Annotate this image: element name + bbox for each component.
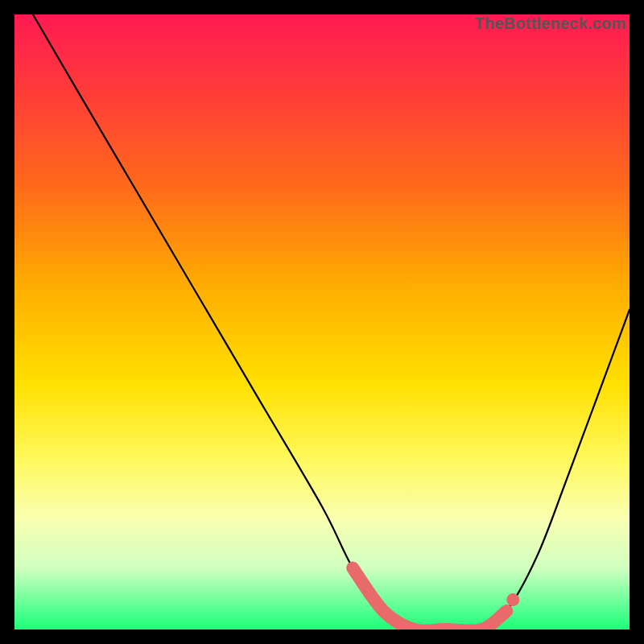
plot-area: TheBottleneck.com bbox=[14, 14, 630, 630]
chart-frame: TheBottleneck.com bbox=[0, 0, 644, 644]
optimal-zone-overlay bbox=[353, 568, 506, 630]
curve-svg bbox=[14, 14, 630, 630]
bottleneck-curve bbox=[33, 14, 630, 630]
optimal-zone-end-dot bbox=[506, 593, 519, 606]
